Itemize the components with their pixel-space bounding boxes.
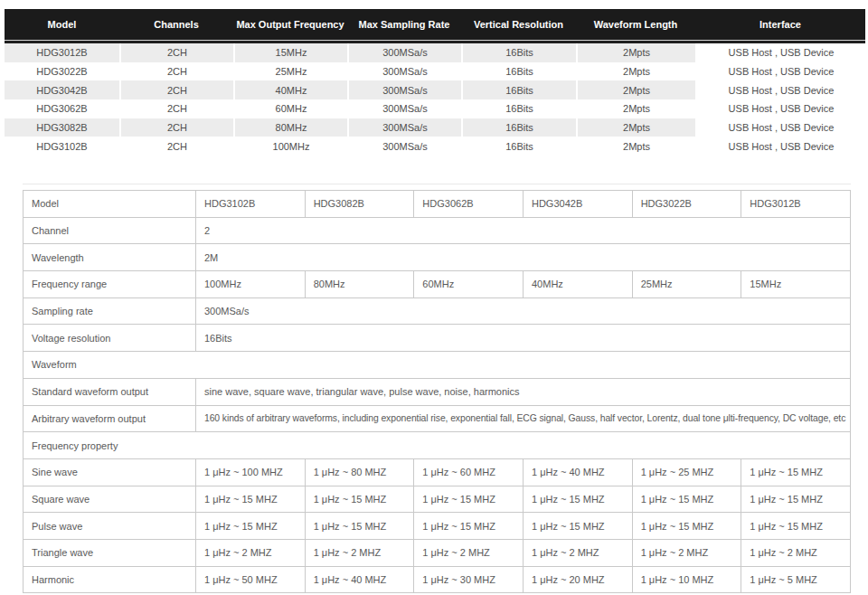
summary-cell: 16Bits (461, 99, 576, 118)
spec-section-label: Frequency property (24, 432, 850, 458)
spec-cell: 1 μHz ~ 20 MHZ (523, 567, 632, 593)
summary-header-model: Model (5, 9, 119, 40)
summary-cell: 2Mpts (576, 118, 695, 137)
summary-row-hdg3062b: HDG3062B 2CH 60MHz 300MSa/s 16Bits 2Mpts… (5, 99, 865, 118)
summary-header-row: Model Channels Max Output Frequency Max … (5, 9, 865, 40)
spec-cell: 1 μHz ~ 15 MHZ (523, 486, 632, 513)
spec-label: Triangle wave (24, 540, 195, 566)
spec-row-voltage-resolution: Voltage resolution 16Bits (24, 324, 850, 351)
summary-cell: 2CH (119, 62, 233, 81)
spec-value: 16Bits (195, 325, 850, 351)
spec-label: Square wave (24, 486, 195, 513)
spec-row-arbitrary-waveform-output: Arbitrary waveform output 160 kinds of a… (24, 405, 850, 432)
spec-label: Sampling rate (24, 298, 195, 325)
spec-cell: 100MHz (195, 271, 305, 298)
spec-label: Frequency range (24, 271, 195, 298)
summary-cell: 300MSa/s (347, 80, 461, 99)
spec-cell: 60MHz (413, 271, 523, 298)
summary-cell: 300MSa/s (347, 137, 461, 156)
summary-cell: HDG3082B (5, 118, 119, 137)
summary-cell: HDG3012B (5, 43, 119, 62)
spec-row-triangle-wave: Triangle wave 1 μHz ~ 2 MHZ 1 μHz ~ 2 MH… (24, 539, 850, 566)
spec-label: Voltage resolution (24, 325, 195, 351)
spec-table: Model HDG3102B HDG3082B HDG3062B HDG3042… (23, 190, 851, 593)
summary-cell: 2Mpts (576, 99, 695, 118)
spec-label: Arbitrary waveform output (24, 406, 195, 432)
spec-cell: HDG3022B (632, 191, 741, 217)
summary-header-interface: Interface (695, 9, 865, 40)
spec-value: 300MSa/s (195, 298, 850, 325)
spec-cell: 1 μHz ~ 80 MHZ (305, 459, 414, 486)
summary-cell: 2CH (119, 43, 233, 62)
summary-cell: 300MSa/s (347, 118, 461, 137)
summary-row-hdg3022b: HDG3022B 2CH 25MHz 300MSa/s 16Bits 2Mpts… (5, 62, 865, 81)
spec-cell: 1 μHz ~ 15 MHZ (195, 486, 305, 513)
summary-cell: 16Bits (461, 62, 576, 81)
spec-row-harmonic: Harmonic 1 μHz ~ 50 MHZ 1 μHz ~ 40 MHZ 1… (24, 566, 850, 593)
spec-cell: HDG3082B (305, 191, 414, 217)
summary-cell: 100MHz (233, 137, 347, 156)
summary-cell: 2Mpts (576, 43, 695, 62)
summary-cell: 2Mpts (576, 62, 695, 81)
summary-header-max-output-frequency: Max Output Frequency (233, 9, 347, 40)
spec-cell: 1 μHz ~ 2 MHZ (413, 540, 523, 566)
summary-cell: 300MSa/s (347, 43, 461, 62)
summary-cell: 2CH (119, 137, 233, 156)
spec-cell: HDG3042B (523, 191, 632, 217)
summary-cell: 2CH (119, 99, 233, 118)
spec-cell: 25MHz (632, 271, 741, 298)
summary-cell: USB Host , USB Device (695, 118, 865, 137)
spec-row-wavelength: Wavelength 2M (24, 243, 850, 270)
summary-cell: USB Host , USB Device (695, 43, 865, 62)
summary-cell: 80MHz (233, 118, 347, 137)
spec-cell: HDG3062B (413, 191, 523, 217)
summary-cell: 16Bits (461, 118, 576, 137)
spec-cell: 1 μHz ~ 25 MHZ (632, 459, 741, 486)
spec-value: 2 (195, 218, 850, 244)
summary-row-hdg3102b: HDG3102B 2CH 100MHz 300MSa/s 16Bits 2Mpt… (5, 137, 865, 156)
spec-cell: 1 μHz ~ 15 MHZ (741, 513, 850, 539)
spec-row-pulse-wave: Pulse wave 1 μHz ~ 15 MHZ 1 μHz ~ 15 MHZ… (24, 512, 850, 539)
spec-cell: 1 μHz ~ 2 MHZ (195, 540, 305, 566)
spec-row-model: Model HDG3102B HDG3082B HDG3062B HDG3042… (24, 191, 850, 217)
spec-cell: 1 μHz ~ 2 MHZ (523, 540, 632, 566)
spec-cell: HDG3012B (741, 191, 850, 217)
spec-cell: 1 μHz ~ 2 MHZ (741, 540, 850, 566)
summary-cell: HDG3062B (5, 99, 119, 118)
spec-cell: 1 μHz ~ 100 MHZ (195, 459, 305, 486)
spec-cell: 1 μHz ~ 50 MHZ (195, 567, 305, 593)
product-summary-table: Model Channels Max Output Frequency Max … (5, 9, 865, 156)
summary-cell: 16Bits (461, 137, 576, 156)
spec-label: Pulse wave (24, 513, 195, 539)
summary-row-hdg3012b: HDG3012B 2CH 15MHz 300MSa/s 16Bits 2Mpts… (5, 43, 865, 62)
summary-header-vertical-resolution: Vertical Resolution (461, 9, 576, 40)
spec-cell: 1 μHz ~ 5 MHZ (741, 567, 850, 593)
spec-cell: 1 μHz ~ 40 MHZ (523, 459, 632, 486)
spec-cell: 1 μHz ~ 15 MHZ (632, 486, 741, 513)
spec-label: Sine wave (24, 459, 195, 486)
summary-cell: 16Bits (461, 43, 576, 62)
spec-cell: 1 μHz ~ 60 MHZ (413, 459, 523, 486)
spec-row-frequency-range: Frequency range 100MHz 80MHz 60MHz 40MHz… (24, 270, 850, 298)
summary-header-waveform-length: Waveform Length (576, 9, 695, 40)
summary-cell: HDG3042B (5, 80, 119, 99)
spec-label: Harmonic (24, 567, 195, 593)
spec-row-frequency-property-section: Frequency property (24, 431, 850, 458)
summary-cell: 2Mpts (576, 137, 695, 156)
spec-cell: 1 μHz ~ 15 MHZ (195, 513, 305, 539)
spec-row-sine-wave: Sine wave 1 μHz ~ 100 MHZ 1 μHz ~ 80 MHZ… (24, 458, 850, 486)
summary-cell: 40MHz (233, 80, 347, 99)
spec-cell: 1 μHz ~ 15 MHZ (523, 513, 632, 539)
summary-header-max-sampling-rate: Max Sampling Rate (347, 9, 461, 40)
summary-cell: USB Host , USB Device (695, 99, 865, 118)
spec-cell: HDG3102B (195, 191, 305, 217)
spec-label: Standard waveform output (24, 379, 195, 405)
summary-cell: 300MSa/s (347, 62, 461, 81)
spec-cell: 15MHz (741, 271, 850, 298)
summary-cell: 16Bits (461, 80, 576, 99)
spec-cell: 1 μHz ~ 15 MHZ (741, 486, 850, 513)
spec-cell: 1 μHz ~ 15 MHZ (305, 486, 414, 513)
summary-row-hdg3082b: HDG3082B 2CH 80MHz 300MSa/s 16Bits 2Mpts… (5, 118, 865, 137)
spec-cell: 1 μHz ~ 15 MHZ (741, 459, 850, 486)
spec-cell: 1 μHz ~ 30 MHZ (413, 567, 523, 593)
